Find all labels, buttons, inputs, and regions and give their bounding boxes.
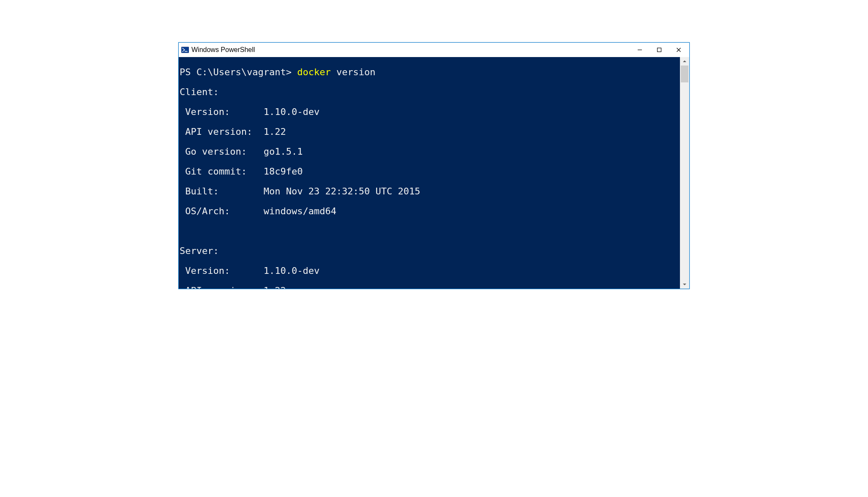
titlebar[interactable]: Windows PowerShell xyxy=(179,43,689,57)
maximize-button[interactable] xyxy=(650,44,669,56)
value: go1.5.1 xyxy=(264,146,303,157)
value: 1.10.0-dev xyxy=(264,265,319,276)
label: Go version: xyxy=(180,146,264,157)
client-built-row: Built: Mon Nov 23 22:32:50 UTC 2015 xyxy=(180,186,679,197)
prompt-prefix: PS C:\Users\vagrant> xyxy=(180,67,297,77)
value: Mon Nov 23 22:32:50 UTC 2015 xyxy=(264,186,420,197)
label: Version: xyxy=(180,265,264,276)
value: 1.22 xyxy=(264,126,286,137)
client-header: Client: xyxy=(180,87,679,97)
server-api-row: API version: 1.22 xyxy=(180,286,679,289)
label: Git commit: xyxy=(180,166,264,177)
minimize-button[interactable] xyxy=(630,44,650,56)
label: OS/Arch: xyxy=(180,206,264,216)
label: Built: xyxy=(180,186,264,197)
scroll-up-icon[interactable] xyxy=(680,57,689,66)
value: 18c9fe0 xyxy=(264,166,303,177)
value: windows/amd64 xyxy=(264,206,336,216)
prompt-line: PS C:\Users\vagrant> docker version xyxy=(180,67,679,77)
value: 1.10.0-dev xyxy=(264,106,319,117)
label: Version: xyxy=(180,106,264,117)
client-area: PS C:\Users\vagrant> docker version Clie… xyxy=(179,57,689,289)
svg-rect-0 xyxy=(181,47,189,53)
scroll-down-icon[interactable] xyxy=(680,280,689,289)
command-highlight: docker xyxy=(297,67,330,77)
console-output[interactable]: PS C:\Users\vagrant> docker version Clie… xyxy=(179,57,680,289)
vertical-scrollbar[interactable] xyxy=(680,57,689,289)
scroll-thumb[interactable] xyxy=(681,66,688,82)
command-arg: version xyxy=(331,67,376,77)
powershell-icon xyxy=(181,46,189,54)
server-version-row: Version: 1.10.0-dev xyxy=(180,266,679,276)
label: API version: xyxy=(180,285,264,289)
client-go-row: Go version: go1.5.1 xyxy=(180,147,679,157)
svg-rect-3 xyxy=(658,48,661,52)
client-api-row: API version: 1.22 xyxy=(180,127,679,137)
window-title: Windows PowerShell xyxy=(191,46,255,54)
client-git-row: Git commit: 18c9fe0 xyxy=(180,167,679,177)
close-button[interactable] xyxy=(669,44,688,56)
server-header: Server: xyxy=(180,246,679,256)
client-version-row: Version: 1.10.0-dev xyxy=(180,107,679,117)
label: API version: xyxy=(180,126,264,137)
blank-line xyxy=(180,226,679,236)
value: 1.22 xyxy=(264,285,286,289)
powershell-window: Windows PowerShell PS C:\Users\vagrant> … xyxy=(178,42,690,289)
client-os-row: OS/Arch: windows/amd64 xyxy=(180,206,679,216)
